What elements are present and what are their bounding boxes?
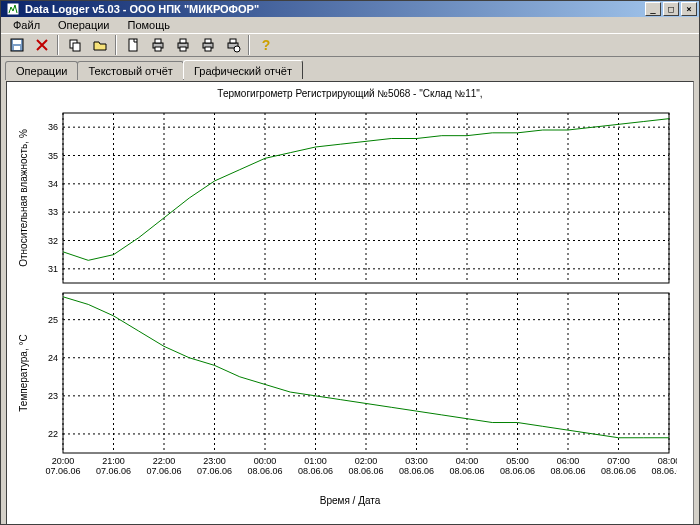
copy-button[interactable]	[63, 34, 86, 56]
svg-text:08.06.06: 08.06.06	[550, 466, 585, 476]
svg-text:06:00: 06:00	[557, 456, 580, 466]
svg-text:31: 31	[48, 264, 58, 274]
svg-text:Относительная влажность, %: Относительная влажность, %	[18, 129, 29, 267]
svg-text:03:00: 03:00	[405, 456, 428, 466]
tab-graphic-report[interactable]: Графический отчёт	[183, 60, 303, 79]
menu-help[interactable]: Помощь	[120, 17, 179, 33]
svg-rect-2	[13, 40, 21, 44]
menu-operations[interactable]: Операции	[50, 17, 117, 33]
new-button[interactable]	[121, 34, 144, 56]
svg-rect-5	[73, 43, 80, 51]
svg-text:08.06.06: 08.06.06	[399, 466, 434, 476]
svg-rect-0	[7, 3, 19, 15]
open-button[interactable]	[88, 34, 111, 56]
svg-rect-8	[155, 39, 161, 43]
delete-button[interactable]	[30, 34, 53, 56]
svg-rect-6	[129, 39, 137, 51]
svg-rect-12	[180, 47, 186, 51]
svg-rect-14	[205, 39, 211, 43]
app-icon	[5, 1, 21, 17]
svg-text:20:00: 20:00	[52, 456, 75, 466]
window-title: Data Logger v5.03 - ООО НПК "МИКРОФОР"	[25, 3, 645, 15]
chart-box: Термогигрометр Регистрирующий №5068 - "С…	[6, 81, 694, 525]
svg-text:08.06.06: 08.06.06	[449, 466, 484, 476]
toolbar: ?	[1, 33, 699, 57]
svg-text:08.06.06: 08.06.06	[298, 466, 333, 476]
titlebar: Data Logger v5.03 - ООО НПК "МИКРОФОР" _…	[1, 1, 699, 17]
svg-text:Температура, °C: Температура, °C	[18, 334, 29, 411]
help-button[interactable]: ?	[254, 34, 277, 56]
svg-text:02:00: 02:00	[355, 456, 378, 466]
print-button-2[interactable]	[171, 34, 194, 56]
svg-rect-17	[230, 39, 236, 43]
svg-text:00:00: 00:00	[254, 456, 277, 466]
svg-text:08.06.06: 08.06.06	[348, 466, 383, 476]
toolbar-separator	[115, 35, 117, 55]
svg-text:08.06.06: 08.06.06	[247, 466, 282, 476]
toolbar-separator	[57, 35, 59, 55]
svg-text:23:00: 23:00	[203, 456, 226, 466]
svg-point-18	[234, 46, 240, 52]
svg-text:21:00: 21:00	[102, 456, 125, 466]
tabstrip: Операции Текстовый отчёт Графический отч…	[1, 57, 699, 79]
svg-text:08.06.06: 08.06.06	[651, 466, 677, 476]
minimize-button[interactable]: _	[645, 2, 661, 16]
svg-text:08.06.06: 08.06.06	[500, 466, 535, 476]
svg-text:35: 35	[48, 151, 58, 161]
svg-text:07:00: 07:00	[607, 456, 630, 466]
svg-text:07.06.06: 07.06.06	[96, 466, 131, 476]
svg-text:23: 23	[48, 391, 58, 401]
svg-text:34: 34	[48, 179, 58, 189]
tab-text-report[interactable]: Текстовый отчёт	[77, 61, 183, 80]
maximize-button[interactable]: □	[663, 2, 679, 16]
svg-text:05:00: 05:00	[506, 456, 529, 466]
menu-file[interactable]: Файл	[5, 17, 48, 33]
svg-text:07.06.06: 07.06.06	[45, 466, 80, 476]
tab-operations[interactable]: Операции	[5, 61, 78, 80]
svg-text:07.06.06: 07.06.06	[146, 466, 181, 476]
svg-rect-3	[14, 46, 20, 50]
close-button[interactable]: ×	[681, 2, 697, 16]
svg-text:07.06.06: 07.06.06	[197, 466, 232, 476]
svg-text:22:00: 22:00	[153, 456, 176, 466]
svg-text:08:00: 08:00	[658, 456, 677, 466]
print-button-1[interactable]	[146, 34, 169, 56]
save-button[interactable]	[5, 34, 28, 56]
svg-text:25: 25	[48, 315, 58, 325]
x-axis-title: Время / Дата	[13, 495, 687, 506]
chart-pane: Термогигрометр Регистрирующий №5068 - "С…	[1, 79, 699, 525]
svg-text:?: ?	[261, 37, 270, 53]
print-setup-button[interactable]	[221, 34, 244, 56]
svg-rect-9	[155, 47, 161, 51]
print-button-3[interactable]	[196, 34, 219, 56]
svg-text:36: 36	[48, 122, 58, 132]
chart-svg: 313233343536Относительная влажность, %22…	[13, 103, 677, 493]
svg-text:08.06.06: 08.06.06	[601, 466, 636, 476]
svg-text:04:00: 04:00	[456, 456, 479, 466]
svg-text:01:00: 01:00	[304, 456, 327, 466]
svg-rect-15	[205, 47, 211, 51]
svg-text:32: 32	[48, 236, 58, 246]
svg-text:24: 24	[48, 353, 58, 363]
svg-text:33: 33	[48, 207, 58, 217]
menubar: Файл Операции Помощь	[1, 17, 699, 33]
toolbar-separator	[248, 35, 250, 55]
chart-title: Термогигрометр Регистрирующий №5068 - "С…	[13, 86, 687, 103]
svg-text:22: 22	[48, 429, 58, 439]
svg-rect-11	[180, 39, 186, 43]
